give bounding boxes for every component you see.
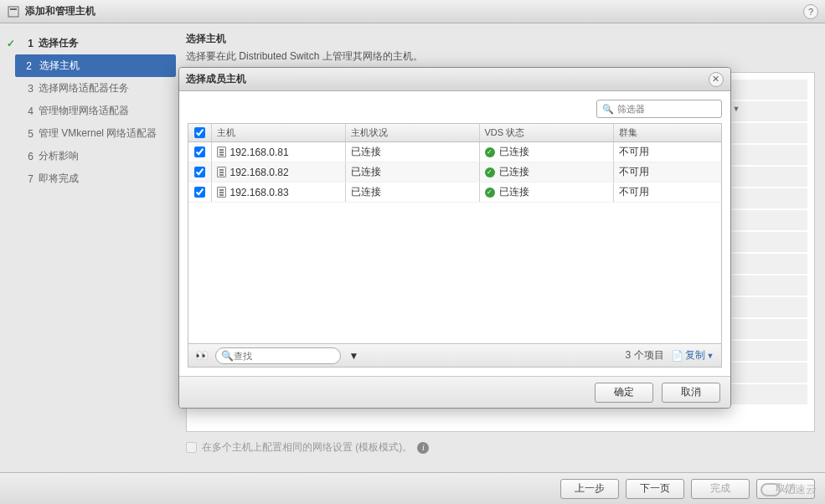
watermark: 亿速云 bbox=[761, 482, 817, 497]
col-header-host[interactable]: 主机 bbox=[212, 124, 346, 141]
cloud-icon bbox=[761, 483, 781, 496]
table-row[interactable]: 192.168.0.82 已连接 ✓已连接 不可用 bbox=[188, 162, 721, 183]
search-icon: 🔍 bbox=[602, 104, 614, 115]
status-ok-icon: ✓ bbox=[485, 147, 495, 157]
select-all-checkbox[interactable] bbox=[194, 127, 205, 138]
search-icon: 🔍 bbox=[221, 350, 234, 362]
close-button[interactable]: ✕ bbox=[709, 72, 724, 87]
filter-dropdown-icon[interactable]: ▼ bbox=[733, 105, 740, 113]
host-icon bbox=[217, 147, 226, 157]
filter-input-wrapper[interactable]: 🔍 ▼ bbox=[596, 100, 722, 118]
grid-footer: 👀 🔍 ▼ 3 个项目 📄 复制 ▼ bbox=[188, 343, 721, 367]
find-input[interactable] bbox=[234, 351, 349, 361]
chevron-down-icon: ▼ bbox=[707, 352, 714, 360]
binoculars-icon[interactable]: 👀 bbox=[195, 349, 209, 362]
select-member-hosts-dialog: 选择成员主机 ✕ 🔍 ▼ 主机 主机状况 VDS 状态 群集 bbox=[178, 67, 731, 409]
row-checkbox[interactable] bbox=[194, 167, 205, 177]
host-icon bbox=[217, 167, 226, 177]
host-icon bbox=[217, 187, 226, 198]
modal-footer: 确定 取消 bbox=[179, 376, 730, 408]
ok-button[interactable]: 确定 bbox=[595, 383, 653, 403]
modal-cancel-button[interactable]: 取消 bbox=[662, 383, 720, 403]
modal-overlay: 选择成员主机 ✕ 🔍 ▼ 主机 主机状况 VDS 状态 群集 bbox=[0, 0, 825, 504]
table-row[interactable]: 192.168.0.83 已连接 ✓已连接 不可用 bbox=[188, 183, 721, 203]
filter-input[interactable] bbox=[617, 104, 733, 114]
item-count: 3 个项目 bbox=[626, 348, 664, 363]
modal-header: 选择成员主机 ✕ bbox=[179, 68, 730, 91]
row-checkbox[interactable] bbox=[194, 187, 205, 198]
col-header-status[interactable]: 主机状况 bbox=[346, 124, 480, 141]
row-checkbox[interactable] bbox=[194, 147, 205, 157]
find-dropdown-icon[interactable]: ▼ bbox=[349, 350, 359, 362]
status-ok-icon: ✓ bbox=[485, 188, 495, 198]
col-header-cluster[interactable]: 群集 bbox=[614, 124, 721, 141]
modal-title: 选择成员主机 bbox=[186, 72, 709, 86]
find-input-wrapper[interactable]: 🔍 ▼ bbox=[215, 347, 341, 364]
status-ok-icon: ✓ bbox=[485, 167, 495, 177]
copy-button[interactable]: 📄 复制 ▼ bbox=[671, 348, 714, 363]
hosts-grid: 主机 主机状况 VDS 状态 群集 192.168.0.81 已连接 ✓已连接 … bbox=[188, 123, 722, 368]
copy-icon: 📄 bbox=[671, 350, 683, 362]
col-header-vds[interactable]: VDS 状态 bbox=[480, 124, 614, 141]
table-row[interactable]: 192.168.0.81 已连接 ✓已连接 不可用 bbox=[188, 142, 721, 162]
grid-header: 主机 主机状况 VDS 状态 群集 bbox=[188, 124, 721, 142]
grid-body: 192.168.0.81 已连接 ✓已连接 不可用 192.168.0.82 已… bbox=[188, 142, 721, 343]
